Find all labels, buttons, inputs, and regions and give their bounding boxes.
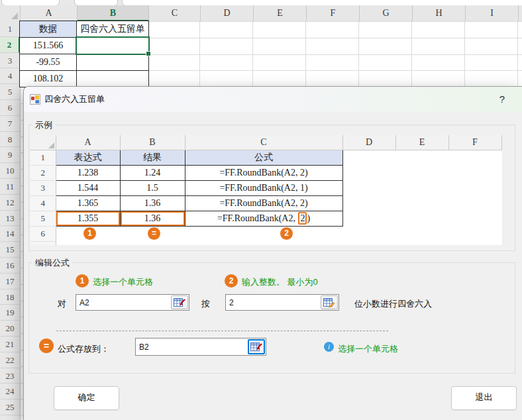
row-header-25[interactable]: 25 bbox=[0, 399, 20, 415]
column-header-H[interactable]: H bbox=[413, 5, 466, 21]
cell-B1[interactable]: 四舍六入五留单 bbox=[76, 21, 149, 38]
row-header-8[interactable]: 8 bbox=[0, 132, 20, 148]
cell-A4[interactable]: 108.102 bbox=[19, 70, 77, 87]
row-header-6[interactable]: 6 bbox=[0, 100, 20, 116]
row-header-4[interactable]: 4 bbox=[0, 68, 20, 84]
example-empty-cell bbox=[448, 180, 501, 195]
active-cell-selection bbox=[76, 36, 150, 55]
example-empty-cell bbox=[342, 165, 395, 180]
store-cell-input[interactable] bbox=[136, 339, 266, 355]
example-empty-cell bbox=[56, 241, 120, 245]
select-all-corner[interactable] bbox=[0, 5, 21, 21]
row-header-2[interactable]: 2 bbox=[0, 37, 20, 53]
dialog-titlebar[interactable]: 四舍六入五留单 ? bbox=[24, 87, 522, 112]
row-header-20[interactable]: 20 bbox=[0, 321, 20, 337]
row-header-19[interactable]: 19 bbox=[0, 305, 20, 321]
example-row-2: 2 bbox=[30, 165, 56, 180]
cell-picker-button[interactable] bbox=[171, 295, 188, 309]
example-data-cell: =FF.RoundBank(A2, 2) bbox=[185, 195, 342, 211]
info-icon: i bbox=[324, 342, 334, 352]
row-header-15[interactable]: 15 bbox=[0, 242, 20, 258]
row-header-23[interactable]: 23 bbox=[0, 368, 20, 384]
example-col-D: D bbox=[342, 135, 395, 150]
badge-step1: 1 bbox=[83, 227, 96, 240]
digits-picker-button[interactable] bbox=[321, 295, 338, 309]
example-col-C: C bbox=[185, 135, 342, 150]
row-header-22[interactable]: 22 bbox=[0, 352, 20, 368]
badge-step1-hint: 1 bbox=[76, 274, 89, 288]
row-header-12[interactable]: 12 bbox=[0, 195, 20, 211]
example-empty-cell bbox=[395, 211, 448, 226]
example-empty-cell bbox=[342, 241, 395, 245]
row-header-14[interactable]: 14 bbox=[0, 226, 20, 242]
example-empty-cell bbox=[448, 241, 501, 245]
example-empty-cell bbox=[395, 226, 448, 241]
column-header-G[interactable]: G bbox=[360, 5, 413, 21]
cell-B3[interactable] bbox=[76, 54, 149, 71]
row-header-3[interactable]: 3 bbox=[0, 53, 20, 69]
fill-handle[interactable] bbox=[146, 51, 151, 56]
column-header-D[interactable]: D bbox=[201, 5, 254, 21]
column-headers: ABCDEFGHI bbox=[0, 5, 522, 22]
example-empty-cell bbox=[448, 211, 501, 226]
example-row-6: 6 bbox=[30, 226, 56, 241]
row-header-7[interactable]: 7 bbox=[0, 116, 20, 132]
row-header-9[interactable]: 9 bbox=[0, 147, 20, 163]
cell-A3[interactable]: -99.55 bbox=[19, 54, 77, 71]
dialog-round-half-even: 四舍六入五留单 ? 示例 ABCDEF1表达式结果公式21.2381.24=FF… bbox=[23, 86, 522, 420]
ok-button[interactable]: 确定 bbox=[54, 386, 119, 410]
example-data-cell: 1.36 bbox=[120, 195, 185, 211]
example-sheet: ABCDEF1表达式结果公式21.2381.24=FF.RoundBank(A2… bbox=[30, 135, 502, 245]
cell-A2[interactable]: 151.566 bbox=[19, 37, 77, 54]
example-row-7: 7 bbox=[30, 241, 56, 245]
example-empty-cell bbox=[448, 150, 501, 165]
example-empty-cell bbox=[448, 226, 501, 241]
column-header-C[interactable]: C bbox=[149, 5, 201, 21]
target-prefix-label: 对 bbox=[58, 298, 66, 310]
example-data-cell: =FF.RoundBank(A2, 1) bbox=[185, 180, 342, 195]
cell-A1[interactable]: 数据 bbox=[19, 21, 77, 38]
example-empty-cell bbox=[448, 195, 501, 211]
row-header-18[interactable]: 18 bbox=[0, 289, 20, 305]
grid-arrow-icon bbox=[250, 342, 262, 352]
store-cell-field bbox=[135, 338, 266, 356]
column-header-I[interactable]: I bbox=[466, 5, 519, 21]
example-col-F: F bbox=[448, 135, 501, 150]
column-header-A[interactable]: A bbox=[21, 5, 78, 21]
row-header-10[interactable]: 10 bbox=[0, 163, 20, 179]
example-empty-cell bbox=[342, 226, 395, 241]
example-empty-cell bbox=[342, 211, 395, 226]
row-header-17[interactable]: 17 bbox=[0, 274, 20, 289]
example-empty-cell bbox=[185, 226, 342, 241]
row-header-24[interactable]: 24 bbox=[0, 384, 20, 399]
column-header-F[interactable]: F bbox=[307, 5, 360, 21]
example-formula-cell: =FF.RoundBank(A2, 2) bbox=[185, 211, 342, 226]
badge-step2-hint: 2 bbox=[225, 274, 238, 288]
store-picker-button[interactable] bbox=[248, 339, 265, 354]
cell-B4[interactable] bbox=[76, 70, 149, 87]
divider bbox=[56, 331, 388, 331]
row-header-11[interactable]: 11 bbox=[0, 179, 20, 195]
row-header-5[interactable]: 5 bbox=[0, 84, 20, 100]
row-header-16[interactable]: 16 bbox=[0, 258, 20, 274]
row-headers: 1234567891011121314151617181920212223242… bbox=[0, 21, 21, 420]
exit-button[interactable]: 退出 bbox=[451, 386, 517, 410]
column-header-E[interactable]: E bbox=[254, 5, 307, 21]
example-empty-cell bbox=[342, 150, 395, 165]
example-empty-cell bbox=[342, 195, 395, 211]
example-empty-cell bbox=[395, 195, 448, 211]
edit-formula-group: 编辑公式 1 选择一个单元格 2 输入整数。 最小为0 对 bbox=[28, 262, 515, 374]
example-row-5: 5 bbox=[30, 211, 56, 226]
row-header-1[interactable]: 1 bbox=[0, 21, 20, 37]
dialog-app-icon bbox=[30, 94, 40, 105]
dialog-title: 四舍六入五留单 bbox=[44, 87, 105, 112]
example-header-cell: 表达式 bbox=[56, 150, 120, 165]
store-label: 公式存放到： bbox=[58, 343, 109, 355]
help-button[interactable]: ? bbox=[494, 87, 510, 112]
app-window: ABCDEFGHI 123456789101112131415161718192… bbox=[0, 0, 522, 420]
row-header-21[interactable]: 21 bbox=[0, 337, 20, 352]
column-header-B[interactable]: B bbox=[78, 5, 149, 21]
example-empty-cell bbox=[448, 165, 501, 180]
grid-arrow-icon bbox=[174, 298, 185, 307]
row-header-13[interactable]: 13 bbox=[0, 211, 20, 227]
